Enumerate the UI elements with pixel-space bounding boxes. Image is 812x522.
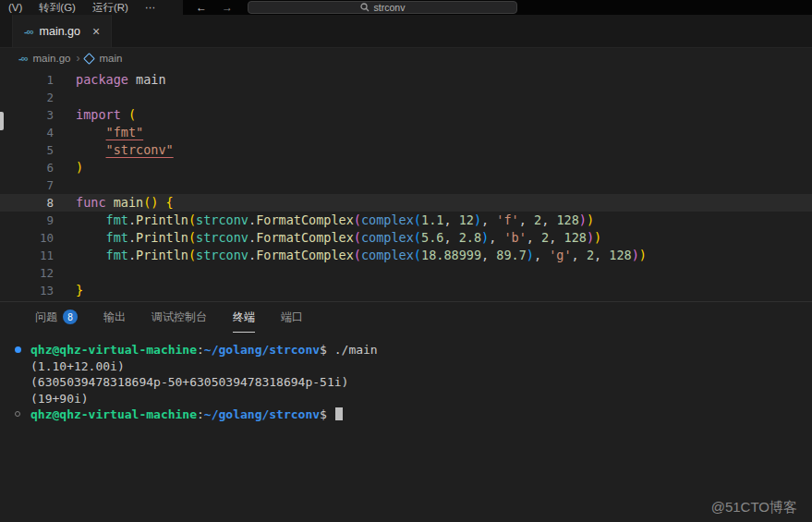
terminal-line[interactable]: (1.10+12.00i) bbox=[30, 358, 812, 375]
code-line[interactable]: 7 bbox=[0, 176, 812, 194]
menu-item[interactable]: 转到(G) bbox=[30, 1, 84, 15]
code-text: "fmt" bbox=[54, 124, 143, 141]
tab-main-go[interactable]: -∞ main.go × bbox=[12, 15, 112, 47]
panel-tab[interactable]: 问题8 bbox=[35, 302, 78, 333]
code-line[interactable]: 4 "fmt" bbox=[0, 124, 812, 141]
tab-label: main.go bbox=[40, 25, 80, 38]
panel-tab[interactable]: 调试控制台 bbox=[151, 302, 207, 333]
bottom-panel: 问题8输出调试控制台终端端口 qhz@qhz-virtual-machine:~… bbox=[0, 301, 812, 522]
code-text: package main bbox=[54, 71, 166, 89]
code-text: ) bbox=[54, 159, 83, 176]
panel-tab-bar: 问题8输出调试控制台终端端口 bbox=[0, 302, 812, 333]
go-file-icon: -∞ bbox=[18, 53, 28, 64]
code-text: } bbox=[54, 282, 83, 299]
code-editor[interactable]: 1package main23import (4 "fmt"5 "strconv… bbox=[0, 68, 812, 301]
editor-tab-bar: -∞ main.go × bbox=[0, 15, 812, 48]
code-line[interactable]: 5 "strconv" bbox=[0, 141, 812, 159]
line-number: 4 bbox=[0, 124, 54, 141]
terminal-line[interactable]: (19+90i) bbox=[30, 391, 812, 407]
code-text: "strconv" bbox=[54, 141, 174, 159]
code-text: fmt.Println(strconv.FormatComplex(comple… bbox=[54, 229, 601, 247]
line-number: 2 bbox=[0, 89, 54, 106]
terminal-cursor bbox=[335, 407, 343, 420]
menu-item[interactable]: ⋯ bbox=[137, 1, 164, 14]
code-line[interactable]: 9 fmt.Println(strconv.FormatComplex(comp… bbox=[0, 212, 812, 229]
terminal-line[interactable]: qhz@qhz-virtual-machine:~/golang/strconv… bbox=[30, 342, 812, 358]
code-line[interactable]: 8func main() { bbox=[0, 194, 812, 212]
line-number: 7 bbox=[0, 176, 54, 194]
menu-item[interactable]: (V) bbox=[0, 2, 30, 13]
code-line[interactable]: 3import ( bbox=[0, 106, 812, 124]
code-line[interactable]: 2 bbox=[0, 89, 812, 106]
code-text: func main() { bbox=[54, 194, 174, 212]
terminal-content[interactable]: qhz@qhz-virtual-machine:~/golang/strconv… bbox=[0, 333, 812, 423]
code-text: fmt.Println(strconv.FormatComplex(comple… bbox=[54, 247, 647, 264]
code-area: 1package main23import (4 "fmt"5 "strconv… bbox=[0, 71, 812, 299]
line-number: 1 bbox=[0, 71, 54, 89]
line-number: 11 bbox=[0, 247, 54, 264]
command-center-search[interactable]: strconv bbox=[248, 1, 517, 14]
code-text: import ( bbox=[54, 106, 136, 124]
line-number: 13 bbox=[0, 282, 54, 299]
code-line[interactable]: 13} bbox=[0, 282, 812, 299]
line-number: 12 bbox=[0, 264, 54, 282]
activity-bar-indicator bbox=[0, 112, 4, 130]
terminal-line[interactable]: qhz@qhz-virtual-machine:~/golang/strconv… bbox=[30, 407, 812, 423]
search-query-text: strconv bbox=[374, 2, 406, 13]
code-text bbox=[54, 176, 76, 194]
code-line[interactable]: 1package main bbox=[0, 71, 812, 89]
code-line[interactable]: 10 fmt.Println(strconv.FormatComplex(com… bbox=[0, 229, 812, 247]
menu-bar: (V)转到(G)运行(R)⋯ bbox=[0, 0, 164, 15]
search-icon bbox=[360, 3, 370, 12]
line-number: 9 bbox=[0, 212, 54, 229]
breadcrumb: -∞ main.go › main bbox=[0, 48, 812, 68]
vscode-window: (V)转到(G)运行(R)⋯ ← → strconv -∞ main.go × … bbox=[0, 0, 812, 522]
problems-badge: 8 bbox=[63, 310, 78, 324]
watermark: @51CTO博客 bbox=[711, 499, 797, 516]
code-text bbox=[54, 89, 76, 106]
terminal-marker-icon bbox=[15, 346, 21, 353]
package-symbol-icon bbox=[84, 53, 96, 65]
panel-tab[interactable]: 输出 bbox=[103, 302, 126, 333]
breadcrumb-symbol[interactable]: main bbox=[99, 53, 122, 64]
line-number: 10 bbox=[0, 229, 54, 247]
menu-item[interactable]: 运行(R) bbox=[84, 1, 137, 15]
terminal-marker-icon bbox=[15, 411, 20, 417]
close-icon[interactable]: × bbox=[92, 24, 100, 39]
title-bar: (V)转到(G)运行(R)⋯ ← → strconv bbox=[0, 0, 812, 15]
forward-arrow-icon[interactable]: → bbox=[222, 1, 233, 14]
nav-arrows: ← → bbox=[196, 0, 233, 15]
code-line[interactable]: 12 bbox=[0, 264, 812, 282]
chevron-right-icon: › bbox=[76, 52, 79, 65]
code-line[interactable]: 6) bbox=[0, 159, 812, 176]
breadcrumb-file[interactable]: main.go bbox=[33, 53, 71, 64]
code-text bbox=[54, 264, 76, 282]
line-number: 3 bbox=[0, 106, 54, 124]
line-number: 8 bbox=[0, 194, 54, 212]
line-number: 6 bbox=[0, 159, 54, 176]
line-number: 5 bbox=[0, 141, 54, 159]
panel-tab[interactable]: 终端 bbox=[233, 302, 255, 333]
back-arrow-icon[interactable]: ← bbox=[196, 1, 207, 14]
terminal-line[interactable]: (6305039478318694p-50+6305039478318694p-… bbox=[30, 374, 812, 391]
code-line[interactable]: 11 fmt.Println(strconv.FormatComplex(com… bbox=[0, 247, 812, 264]
panel-tab[interactable]: 端口 bbox=[281, 302, 303, 333]
go-file-icon: -∞ bbox=[24, 26, 33, 37]
code-text: fmt.Println(strconv.FormatComplex(comple… bbox=[54, 212, 594, 229]
